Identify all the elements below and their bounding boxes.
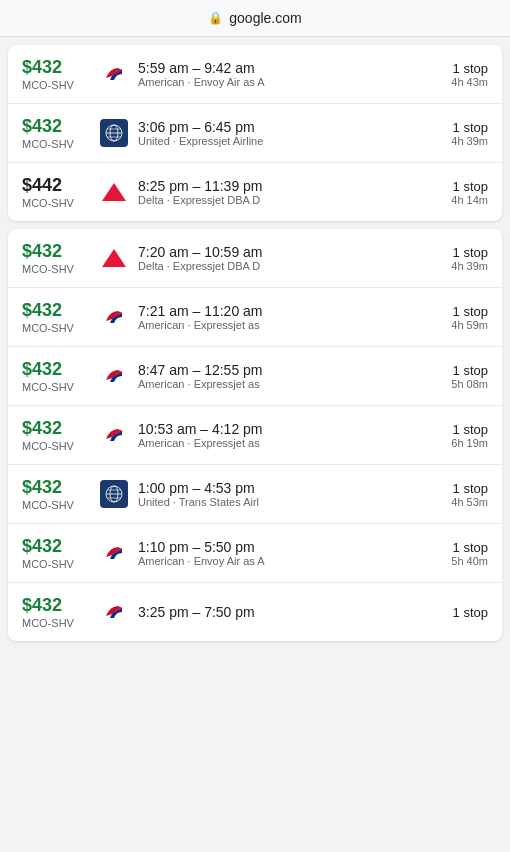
flight-info: 3:25 pm – 7:50 pm: [138, 604, 423, 620]
airline-logo: [100, 119, 128, 147]
flight-times: 10:53 am – 4:12 pm: [138, 421, 423, 437]
duration: 4h 39m: [423, 260, 488, 272]
stops-col: 1 stop 4h 39m: [423, 245, 488, 272]
route: MCO-SHV: [22, 322, 90, 334]
price: $432: [22, 359, 90, 380]
airline-logo: [100, 303, 128, 331]
airline-detail: American · Envoy Air as A: [138, 76, 298, 88]
airline-logo: [100, 598, 128, 626]
flight-times: 5:59 am – 9:42 am: [138, 60, 423, 76]
price: $432: [22, 595, 90, 616]
price-col: $432 MCO-SHV: [22, 477, 90, 511]
stops: 1 stop: [423, 304, 488, 319]
stops-col: 1 stop 5h 40m: [423, 540, 488, 567]
price-col: $432 MCO-SHV: [22, 359, 90, 393]
price-col: $442 MCO-SHV: [22, 175, 90, 209]
price: $432: [22, 300, 90, 321]
airline-detail: United · Expressjet Airline: [138, 135, 298, 147]
airline-logo: [100, 362, 128, 390]
airline-logo: [100, 421, 128, 449]
flight-info: 5:59 am – 9:42 am American · Envoy Air a…: [138, 60, 423, 88]
url-text: google.com: [229, 10, 301, 26]
flight-times: 3:06 pm – 6:45 pm: [138, 119, 423, 135]
price: $432: [22, 536, 90, 557]
stops: 1 stop: [423, 540, 488, 555]
price: $432: [22, 116, 90, 137]
price: $432: [22, 418, 90, 439]
flight-row[interactable]: $442 MCO-SHV 8:25 pm – 11:39 pm Delta · …: [8, 163, 502, 221]
flight-row[interactable]: $432 MCO-SHV 3:06 pm – 6:45 pm United · …: [8, 104, 502, 163]
flight-row[interactable]: $432 MCO-SHV 5:59 am – 9:42 am American …: [8, 45, 502, 104]
route: MCO-SHV: [22, 558, 90, 570]
flight-row[interactable]: $432 MCO-SHV 8:47 am – 12:55 pm American…: [8, 347, 502, 406]
flight-times: 1:10 pm – 5:50 pm: [138, 539, 423, 555]
route: MCO-SHV: [22, 197, 90, 209]
airline-detail: American · Expressjet as: [138, 378, 298, 390]
stops-col: 1 stop 4h 39m: [423, 120, 488, 147]
airline-detail: Delta · Expressjet DBA D: [138, 194, 298, 206]
route: MCO-SHV: [22, 499, 90, 511]
airline-detail: American · Expressjet as: [138, 319, 298, 331]
airline-detail: American · Expressjet as: [138, 437, 298, 449]
price: $432: [22, 57, 90, 78]
duration: 5h 08m: [423, 378, 488, 390]
price-col: $432 MCO-SHV: [22, 116, 90, 150]
stops-col: 1 stop: [423, 605, 488, 620]
flight-info: 8:25 pm – 11:39 pm Delta · Expressjet DB…: [138, 178, 423, 206]
flight-times: 1:00 pm – 4:53 pm: [138, 480, 423, 496]
flight-info: 10:53 am – 4:12 pm American · Expressjet…: [138, 421, 423, 449]
route: MCO-SHV: [22, 263, 90, 275]
svg-marker-9: [102, 249, 126, 267]
price-col: $432 MCO-SHV: [22, 418, 90, 452]
lock-icon: 🔒: [208, 11, 223, 25]
flight-info: 7:21 am – 11:20 am American · Expressjet…: [138, 303, 423, 331]
duration: 4h 53m: [423, 496, 488, 508]
airline-logo: [100, 480, 128, 508]
stops: 1 stop: [423, 481, 488, 496]
duration: 4h 59m: [423, 319, 488, 331]
stops-col: 1 stop 5h 08m: [423, 363, 488, 390]
airline-detail: Delta · Expressjet DBA D: [138, 260, 298, 272]
flight-times: 7:21 am – 11:20 am: [138, 303, 423, 319]
airline-detail: United · Trans States Airl: [138, 496, 298, 508]
stops: 1 stop: [423, 120, 488, 135]
flight-row[interactable]: $432 MCO-SHV 1:00 pm – 4:53 pm United · …: [8, 465, 502, 524]
stops-col: 1 stop 4h 43m: [423, 61, 488, 88]
flight-times: 7:20 am – 10:59 am: [138, 244, 423, 260]
airline-detail: American · Envoy Air as A: [138, 555, 298, 567]
route: MCO-SHV: [22, 138, 90, 150]
stops: 1 stop: [423, 605, 488, 620]
stops-col: 1 stop 4h 53m: [423, 481, 488, 508]
stops: 1 stop: [423, 363, 488, 378]
flight-row[interactable]: $432 MCO-SHV 10:53 am – 4:12 pm American…: [8, 406, 502, 465]
route: MCO-SHV: [22, 617, 90, 629]
stops: 1 stop: [423, 179, 488, 194]
flight-info: 8:47 am – 12:55 pm American · Expressjet…: [138, 362, 423, 390]
flight-info: 7:20 am – 10:59 am Delta · Expressjet DB…: [138, 244, 423, 272]
flight-row-partial[interactable]: $432 MCO-SHV 3:25 pm – 7:50 pm 1 stop: [8, 583, 502, 641]
flight-info: 1:10 pm – 5:50 pm American · Envoy Air a…: [138, 539, 423, 567]
airline-logo: [100, 244, 128, 272]
flight-info: 1:00 pm – 4:53 pm United · Trans States …: [138, 480, 423, 508]
duration: 6h 19m: [423, 437, 488, 449]
duration: 4h 14m: [423, 194, 488, 206]
flight-times: 3:25 pm – 7:50 pm: [138, 604, 423, 620]
duration: 4h 39m: [423, 135, 488, 147]
price-col: $432 MCO-SHV: [22, 57, 90, 91]
duration: 5h 40m: [423, 555, 488, 567]
stops-col: 1 stop 4h 14m: [423, 179, 488, 206]
flight-row[interactable]: $432 MCO-SHV 7:20 am – 10:59 am Delta · …: [8, 229, 502, 288]
duration: 4h 43m: [423, 76, 488, 88]
stops-col: 1 stop 4h 59m: [423, 304, 488, 331]
airline-logo: [100, 60, 128, 88]
price-col: $432 MCO-SHV: [22, 300, 90, 334]
stops: 1 stop: [423, 422, 488, 437]
airline-logo: [100, 178, 128, 206]
flight-row[interactable]: $432 MCO-SHV 1:10 pm – 5:50 pm American …: [8, 524, 502, 583]
flight-times: 8:25 pm – 11:39 pm: [138, 178, 423, 194]
price-col: $432 MCO-SHV: [22, 536, 90, 570]
flight-times: 8:47 am – 12:55 pm: [138, 362, 423, 378]
flights-card-2: $432 MCO-SHV 7:20 am – 10:59 am Delta · …: [8, 229, 502, 641]
flight-row[interactable]: $432 MCO-SHV 7:21 am – 11:20 am American…: [8, 288, 502, 347]
svg-marker-8: [102, 183, 126, 201]
